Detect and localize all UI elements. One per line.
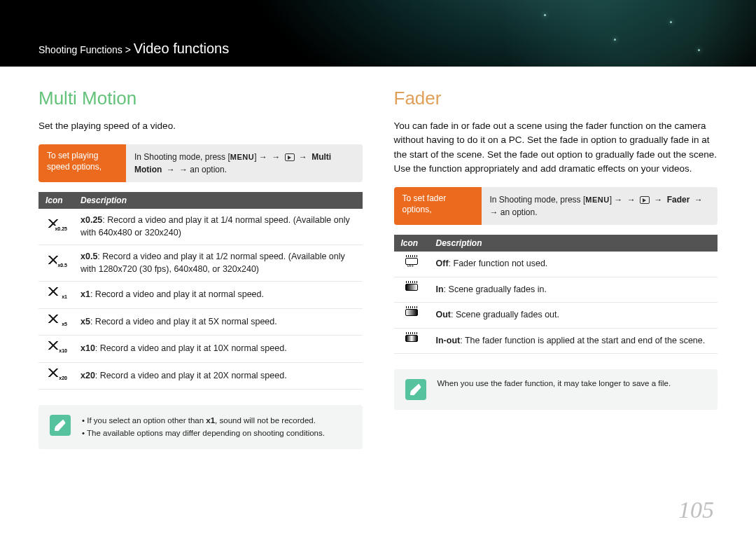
table-header-row: Icon Description	[38, 192, 363, 209]
pen-icon	[405, 379, 426, 400]
mm-instruction-label: To set playing speed options,	[38, 144, 126, 182]
table-row: Off: Fader function not used.	[394, 252, 718, 277]
speed-icon: x10	[47, 341, 65, 352]
table-row: x0.5 x0.5: Record a video and play it at…	[38, 245, 363, 282]
pen-icon	[50, 415, 71, 436]
table-row: x0.25 x0.25: Record a video and play it …	[38, 209, 363, 245]
page-header: Shooting Functions > Video functions	[0, 0, 756, 67]
breadcrumb-sep: >	[125, 44, 131, 55]
fader-in-icon	[404, 283, 419, 293]
right-column: Fader You can fade in or fade out a scen…	[394, 88, 718, 449]
fader-options-table: Icon Description Off: Fader function not…	[394, 235, 718, 354]
speed-icon: x5	[47, 315, 65, 326]
fader-note-box: When you use the fader function, it may …	[394, 369, 718, 410]
list-item: The available options may differ dependi…	[82, 427, 325, 439]
table-header-row: Icon Description	[394, 235, 718, 252]
mm-note-box: If you select an option other than x1, s…	[38, 405, 363, 449]
fader-title: Fader	[394, 88, 718, 109]
fader-note-text: When you use the fader function, it may …	[438, 379, 671, 387]
list-item: If you select an option other than x1, s…	[82, 415, 325, 427]
mm-options-table: Icon Description x0.25 x0.25: Record a v…	[38, 192, 363, 390]
mm-instruction-box: To set playing speed options, In Shootin…	[38, 144, 363, 182]
fader-off-icon	[404, 257, 419, 267]
table-row: In-out: The fader function is applied at…	[394, 328, 718, 354]
content-columns: Multi Motion Set the playing speed of a …	[0, 67, 756, 449]
col-desc: Description	[429, 235, 718, 252]
table-row: x1 x1: Record a video and play it at nor…	[38, 282, 363, 309]
menu-button-label: MENU	[585, 194, 609, 206]
multi-motion-title: Multi Motion	[38, 88, 363, 109]
mm-note-list: If you select an option other than x1, s…	[82, 415, 325, 439]
table-row: In: Scene gradually fades in.	[394, 277, 718, 303]
breadcrumb-parent: Shooting Functions	[38, 44, 122, 55]
speed-icon: x1	[47, 287, 65, 298]
fader-inout-icon	[404, 334, 419, 344]
video-icon	[285, 153, 295, 161]
menu-button-label: MENU	[230, 151, 254, 163]
fader-instruction-box: To set fader options, In Shooting mode, …	[394, 187, 718, 225]
table-row: Out: Scene gradually fades out.	[394, 303, 718, 329]
fader-instruction-text: In Shooting mode, press [MENU] → → → Fad…	[482, 187, 718, 225]
video-icon	[640, 196, 650, 204]
breadcrumb: Shooting Functions > Video functions	[38, 41, 229, 57]
mm-instruction-text: In Shooting mode, press [MENU] → → → Mul…	[126, 144, 363, 182]
fader-out-icon	[404, 308, 419, 318]
page-number: 105	[678, 497, 714, 523]
table-row: x10 x10: Record a video and play it at 1…	[38, 336, 363, 363]
speed-icon: x20	[47, 369, 65, 380]
speed-icon: x0.25	[47, 219, 65, 231]
fader-intro: You can fade in or fade out a scene usin…	[394, 119, 718, 176]
multi-motion-intro: Set the playing speed of a video.	[38, 119, 363, 133]
table-row: x5 x5: Record a video and play it at 5X …	[38, 308, 363, 336]
speed-icon: x0.5	[47, 256, 65, 267]
fader-instruction-label: To set fader options,	[394, 187, 482, 225]
col-icon: Icon	[394, 235, 429, 252]
left-column: Multi Motion Set the playing speed of a …	[38, 88, 363, 449]
col-icon: Icon	[38, 192, 74, 209]
col-desc: Description	[74, 192, 363, 209]
table-row: x20 x20: Record a video and play it at 2…	[38, 362, 363, 390]
breadcrumb-current: Video functions	[134, 41, 229, 56]
